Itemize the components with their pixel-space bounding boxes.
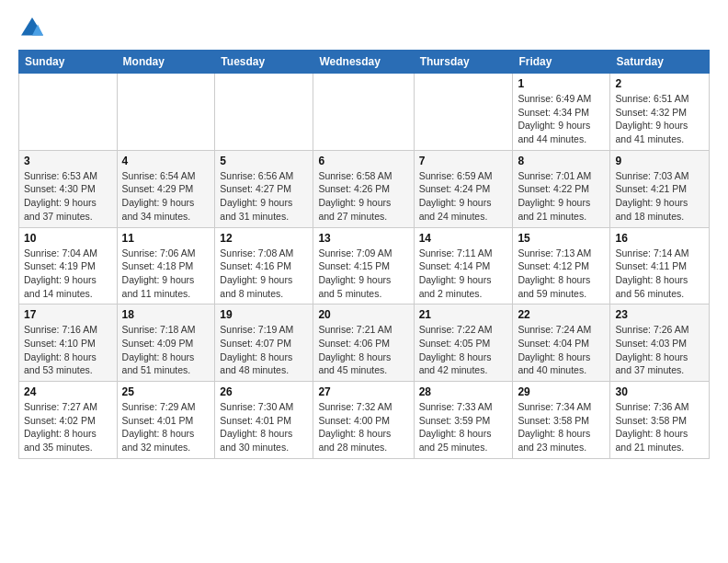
day-number: 19 [220,308,308,321]
day-cell: 19Sunrise: 7:19 AM Sunset: 4:07 PM Dayli… [215,304,313,382]
day-number: 4 [122,155,210,167]
header-cell-tuesday: Tuesday [215,51,313,74]
day-cell: 12Sunrise: 7:08 AM Sunset: 4:16 PM Dayli… [215,227,313,304]
day-cell: 18Sunrise: 7:18 AM Sunset: 4:09 PM Dayli… [117,304,215,382]
day-detail: Sunrise: 7:09 AM Sunset: 4:15 PM Dayligh… [318,247,408,301]
header-cell-friday: Friday [513,51,610,74]
day-detail: Sunrise: 7:19 AM Sunset: 4:07 PM Dayligh… [220,323,308,377]
day-cell: 11Sunrise: 7:06 AM Sunset: 4:18 PM Dayli… [117,227,215,304]
day-detail: Sunrise: 7:08 AM Sunset: 4:16 PM Dayligh… [220,247,308,301]
day-number: 10 [24,232,112,245]
day-number: 25 [122,385,210,398]
day-cell: 27Sunrise: 7:32 AM Sunset: 4:00 PM Dayli… [313,382,414,459]
day-number: 11 [122,232,210,245]
day-number: 17 [24,308,112,321]
day-cell: 28Sunrise: 7:33 AM Sunset: 3:59 PM Dayli… [414,382,513,459]
day-number: 30 [615,385,704,398]
day-cell: 15Sunrise: 7:13 AM Sunset: 4:12 PM Dayli… [513,227,610,304]
day-cell: 23Sunrise: 7:26 AM Sunset: 4:03 PM Dayli… [610,304,710,382]
day-cell [19,74,118,151]
week-row-1: 1Sunrise: 6:49 AM Sunset: 4:34 PM Daylig… [19,74,710,151]
day-cell: 3Sunrise: 6:53 AM Sunset: 4:30 PM Daylig… [19,150,118,227]
day-cell: 25Sunrise: 7:29 AM Sunset: 4:01 PM Dayli… [117,382,215,459]
day-cell: 2Sunrise: 6:51 AM Sunset: 4:32 PM Daylig… [610,74,710,151]
day-cell: 8Sunrise: 7:01 AM Sunset: 4:22 PM Daylig… [513,150,610,227]
page: SundayMondayTuesdayWednesdayThursdayFrid… [0,0,728,563]
day-cell: 21Sunrise: 7:22 AM Sunset: 4:05 PM Dayli… [414,304,513,382]
header-cell-wednesday: Wednesday [313,51,414,74]
day-detail: Sunrise: 7:18 AM Sunset: 4:09 PM Dayligh… [122,323,210,377]
day-detail: Sunrise: 7:21 AM Sunset: 4:06 PM Dayligh… [318,323,408,377]
week-row-4: 17Sunrise: 7:16 AM Sunset: 4:10 PM Dayli… [19,304,710,382]
day-detail: Sunrise: 7:01 AM Sunset: 4:22 PM Dayligh… [518,169,605,224]
day-number: 21 [419,308,508,321]
day-detail: Sunrise: 7:13 AM Sunset: 4:12 PM Dayligh… [518,247,605,301]
day-cell: 24Sunrise: 7:27 AM Sunset: 4:02 PM Dayli… [19,382,118,459]
header-cell-thursday: Thursday [414,51,513,74]
day-cell: 14Sunrise: 7:11 AM Sunset: 4:14 PM Dayli… [414,227,513,304]
day-detail: Sunrise: 7:27 AM Sunset: 4:02 PM Dayligh… [24,400,112,454]
day-detail: Sunrise: 7:22 AM Sunset: 4:05 PM Dayligh… [419,323,508,377]
day-cell: 5Sunrise: 6:56 AM Sunset: 4:27 PM Daylig… [215,150,313,227]
day-cell: 16Sunrise: 7:14 AM Sunset: 4:11 PM Dayli… [610,227,710,304]
header-row: SundayMondayTuesdayWednesdayThursdayFrid… [19,51,710,74]
day-number: 28 [419,385,508,398]
day-number: 29 [518,385,605,398]
day-number: 1 [518,77,605,90]
day-cell: 22Sunrise: 7:24 AM Sunset: 4:04 PM Dayli… [513,304,610,382]
day-detail: Sunrise: 7:32 AM Sunset: 4:00 PM Dayligh… [318,400,408,454]
day-number: 12 [220,232,308,245]
header-cell-monday: Monday [117,51,215,74]
day-detail: Sunrise: 7:14 AM Sunset: 4:11 PM Dayligh… [615,247,704,301]
day-detail: Sunrise: 7:33 AM Sunset: 3:59 PM Dayligh… [419,400,508,454]
day-number: 15 [518,232,605,245]
calendar: SundayMondayTuesdayWednesdayThursdayFrid… [18,50,710,459]
day-detail: Sunrise: 7:16 AM Sunset: 4:10 PM Dayligh… [24,323,112,377]
day-detail: Sunrise: 7:26 AM Sunset: 4:03 PM Dayligh… [615,323,704,377]
day-number: 8 [518,155,605,167]
day-detail: Sunrise: 7:30 AM Sunset: 4:01 PM Dayligh… [220,400,308,454]
day-number: 2 [615,77,704,90]
day-number: 3 [24,155,112,167]
header-cell-saturday: Saturday [610,51,710,74]
day-detail: Sunrise: 7:29 AM Sunset: 4:01 PM Dayligh… [122,400,210,454]
week-row-5: 24Sunrise: 7:27 AM Sunset: 4:02 PM Dayli… [19,382,710,459]
logo-icon [18,15,46,42]
day-cell [117,74,215,151]
day-detail: Sunrise: 7:36 AM Sunset: 3:58 PM Dayligh… [615,400,704,454]
day-detail: Sunrise: 7:11 AM Sunset: 4:14 PM Dayligh… [419,247,508,301]
day-number: 13 [318,232,408,245]
day-detail: Sunrise: 6:49 AM Sunset: 4:34 PM Dayligh… [518,92,605,146]
day-cell: 6Sunrise: 6:58 AM Sunset: 4:26 PM Daylig… [313,150,414,227]
day-cell: 10Sunrise: 7:04 AM Sunset: 4:19 PM Dayli… [19,227,118,304]
day-number: 14 [419,232,508,245]
day-cell [215,74,313,151]
day-cell [313,74,414,151]
day-detail: Sunrise: 6:54 AM Sunset: 4:29 PM Dayligh… [122,169,210,224]
day-detail: Sunrise: 6:51 AM Sunset: 4:32 PM Dayligh… [615,92,704,146]
day-number: 20 [318,308,408,321]
day-detail: Sunrise: 7:06 AM Sunset: 4:18 PM Dayligh… [122,247,210,301]
day-cell: 7Sunrise: 6:59 AM Sunset: 4:24 PM Daylig… [414,150,513,227]
calendar-header: SundayMondayTuesdayWednesdayThursdayFrid… [19,51,710,74]
day-cell: 9Sunrise: 7:03 AM Sunset: 4:21 PM Daylig… [610,150,710,227]
week-row-3: 10Sunrise: 7:04 AM Sunset: 4:19 PM Dayli… [19,227,710,304]
day-detail: Sunrise: 6:58 AM Sunset: 4:26 PM Dayligh… [318,169,408,224]
day-cell: 26Sunrise: 7:30 AM Sunset: 4:01 PM Dayli… [215,382,313,459]
day-cell: 4Sunrise: 6:54 AM Sunset: 4:29 PM Daylig… [117,150,215,227]
calendar-body: 1Sunrise: 6:49 AM Sunset: 4:34 PM Daylig… [19,74,710,459]
day-detail: Sunrise: 7:04 AM Sunset: 4:19 PM Dayligh… [24,247,112,301]
day-number: 5 [220,155,308,167]
day-number: 27 [318,385,408,398]
day-cell: 17Sunrise: 7:16 AM Sunset: 4:10 PM Dayli… [19,304,118,382]
day-number: 9 [615,155,704,167]
day-cell [414,74,513,151]
day-cell: 20Sunrise: 7:21 AM Sunset: 4:06 PM Dayli… [313,304,414,382]
day-number: 6 [318,155,408,167]
day-detail: Sunrise: 7:03 AM Sunset: 4:21 PM Dayligh… [615,169,704,224]
day-number: 24 [24,385,112,398]
day-detail: Sunrise: 6:53 AM Sunset: 4:30 PM Dayligh… [24,169,112,224]
day-number: 18 [122,308,210,321]
week-row-2: 3Sunrise: 6:53 AM Sunset: 4:30 PM Daylig… [19,150,710,227]
day-detail: Sunrise: 7:24 AM Sunset: 4:04 PM Dayligh… [518,323,605,377]
